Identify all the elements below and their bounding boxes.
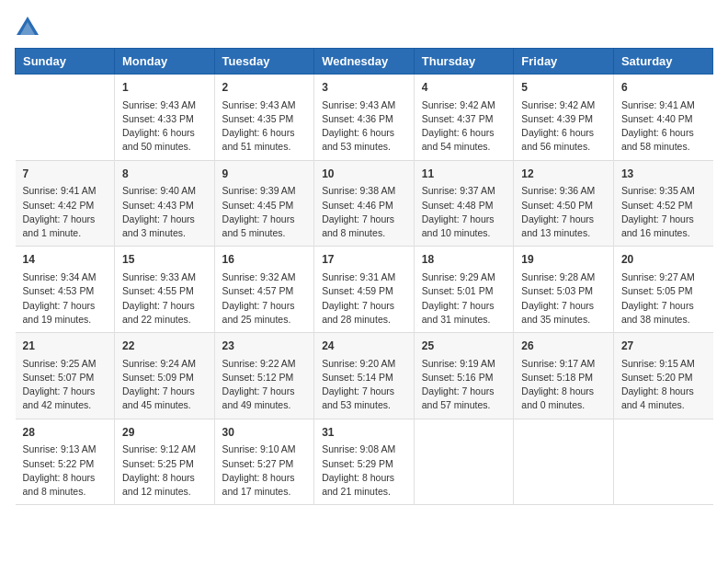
cell-info: Sunrise: 9:17 AMSunset: 5:18 PMDaylight:…	[521, 357, 606, 413]
cell-info: Sunrise: 9:40 AMSunset: 4:43 PMDaylight:…	[122, 184, 207, 240]
cell-info: Sunrise: 9:43 AMSunset: 4:35 PMDaylight:…	[222, 98, 307, 155]
day-number: 15	[122, 252, 207, 268]
day-number: 4	[422, 80, 506, 96]
day-number: 12	[521, 167, 606, 182]
logo	[15, 15, 44, 40]
cell-info: Sunrise: 9:43 AMSunset: 4:36 PMDaylight:…	[322, 98, 406, 155]
day-number: 6	[621, 80, 706, 96]
day-number: 2	[222, 80, 307, 96]
calendar-cell: 19Sunrise: 9:28 AMSunset: 5:03 PMDayligh…	[514, 247, 614, 333]
cell-info: Sunrise: 9:31 AMSunset: 4:59 PMDaylight:…	[322, 270, 406, 327]
col-header-friday: Friday	[514, 49, 614, 75]
cell-info: Sunrise: 9:35 AMSunset: 4:52 PMDaylight:…	[621, 184, 706, 240]
day-number: 29	[122, 425, 207, 441]
day-number: 27	[621, 339, 706, 354]
calendar-cell: 18Sunrise: 9:29 AMSunset: 5:01 PMDayligh…	[414, 247, 514, 333]
day-number: 16	[222, 252, 307, 268]
week-row-1: 1Sunrise: 9:43 AMSunset: 4:33 PMDaylight…	[16, 75, 713, 161]
day-number: 3	[322, 80, 406, 96]
day-number: 30	[222, 425, 307, 441]
day-number: 19	[521, 252, 606, 268]
day-number: 21	[23, 339, 108, 354]
calendar-cell	[613, 419, 712, 505]
day-number: 8	[122, 167, 207, 182]
calendar-cell: 20Sunrise: 9:27 AMSunset: 5:05 PMDayligh…	[613, 247, 712, 333]
day-number: 25	[422, 339, 506, 354]
day-number: 9	[222, 167, 307, 182]
calendar-cell	[414, 419, 514, 505]
cell-info: Sunrise: 9:13 AMSunset: 5:22 PMDaylight:…	[23, 442, 108, 499]
cell-info: Sunrise: 9:29 AMSunset: 5:01 PMDaylight:…	[422, 270, 506, 327]
week-row-4: 21Sunrise: 9:25 AMSunset: 5:07 PMDayligh…	[16, 333, 713, 419]
calendar-cell: 8Sunrise: 9:40 AMSunset: 4:43 PMDaylight…	[115, 160, 215, 247]
day-number: 24	[322, 339, 406, 354]
calendar-cell: 17Sunrise: 9:31 AMSunset: 4:59 PMDayligh…	[314, 247, 415, 333]
calendar-cell: 13Sunrise: 9:35 AMSunset: 4:52 PMDayligh…	[613, 160, 712, 247]
day-number: 18	[422, 252, 506, 268]
week-row-3: 14Sunrise: 9:34 AMSunset: 4:53 PMDayligh…	[16, 247, 713, 333]
calendar-cell	[16, 75, 115, 161]
day-number: 13	[621, 167, 706, 182]
day-number: 23	[222, 339, 307, 354]
cell-info: Sunrise: 9:32 AMSunset: 4:57 PMDaylight:…	[222, 270, 307, 327]
cell-info: Sunrise: 9:27 AMSunset: 5:05 PMDaylight:…	[621, 270, 706, 327]
col-header-sunday: Sunday	[16, 49, 115, 75]
cell-info: Sunrise: 9:41 AMSunset: 4:40 PMDaylight:…	[621, 98, 706, 155]
day-number: 31	[322, 425, 406, 441]
day-number: 1	[122, 80, 207, 96]
calendar-cell: 15Sunrise: 9:33 AMSunset: 4:55 PMDayligh…	[115, 247, 215, 333]
cell-info: Sunrise: 9:38 AMSunset: 4:46 PMDaylight:…	[322, 184, 406, 240]
calendar-cell: 31Sunrise: 9:08 AMSunset: 5:29 PMDayligh…	[314, 419, 415, 505]
week-row-2: 7Sunrise: 9:41 AMSunset: 4:42 PMDaylight…	[16, 160, 713, 247]
calendar-cell: 28Sunrise: 9:13 AMSunset: 5:22 PMDayligh…	[16, 419, 115, 505]
cell-info: Sunrise: 9:37 AMSunset: 4:48 PMDaylight:…	[422, 184, 506, 240]
day-number: 5	[521, 80, 606, 96]
day-number: 10	[322, 167, 406, 182]
day-number: 14	[23, 252, 108, 268]
logo-icon	[15, 15, 40, 40]
day-number: 11	[422, 167, 506, 182]
page-header	[15, 15, 713, 40]
col-header-saturday: Saturday	[613, 49, 712, 75]
cell-info: Sunrise: 9:33 AMSunset: 4:55 PMDaylight:…	[122, 270, 207, 327]
cell-info: Sunrise: 9:25 AMSunset: 5:07 PMDaylight:…	[23, 357, 108, 413]
cell-info: Sunrise: 9:20 AMSunset: 5:14 PMDaylight:…	[322, 357, 406, 413]
cell-info: Sunrise: 9:43 AMSunset: 4:33 PMDaylight:…	[122, 98, 207, 155]
calendar-cell: 26Sunrise: 9:17 AMSunset: 5:18 PMDayligh…	[514, 333, 614, 419]
calendar-cell	[514, 419, 614, 505]
cell-info: Sunrise: 9:42 AMSunset: 4:39 PMDaylight:…	[521, 98, 606, 155]
calendar-cell: 4Sunrise: 9:42 AMSunset: 4:37 PMDaylight…	[414, 75, 514, 161]
week-row-5: 28Sunrise: 9:13 AMSunset: 5:22 PMDayligh…	[16, 419, 713, 505]
calendar-cell: 7Sunrise: 9:41 AMSunset: 4:42 PMDaylight…	[16, 160, 115, 247]
col-header-tuesday: Tuesday	[214, 49, 314, 75]
calendar-cell: 22Sunrise: 9:24 AMSunset: 5:09 PMDayligh…	[115, 333, 215, 419]
day-number: 22	[122, 339, 207, 354]
calendar-cell: 9Sunrise: 9:39 AMSunset: 4:45 PMDaylight…	[214, 160, 314, 247]
calendar-cell: 24Sunrise: 9:20 AMSunset: 5:14 PMDayligh…	[314, 333, 415, 419]
calendar-cell: 11Sunrise: 9:37 AMSunset: 4:48 PMDayligh…	[414, 160, 514, 247]
header-row: SundayMondayTuesdayWednesdayThursdayFrid…	[16, 49, 713, 75]
cell-info: Sunrise: 9:41 AMSunset: 4:42 PMDaylight:…	[23, 184, 108, 240]
calendar-table: SundayMondayTuesdayWednesdayThursdayFrid…	[15, 48, 713, 505]
cell-info: Sunrise: 9:34 AMSunset: 4:53 PMDaylight:…	[23, 270, 108, 327]
calendar-cell: 2Sunrise: 9:43 AMSunset: 4:35 PMDaylight…	[214, 75, 314, 161]
calendar-cell: 25Sunrise: 9:19 AMSunset: 5:16 PMDayligh…	[414, 333, 514, 419]
cell-info: Sunrise: 9:42 AMSunset: 4:37 PMDaylight:…	[422, 98, 506, 155]
day-number: 17	[322, 252, 406, 268]
calendar-cell: 14Sunrise: 9:34 AMSunset: 4:53 PMDayligh…	[16, 247, 115, 333]
calendar-cell: 10Sunrise: 9:38 AMSunset: 4:46 PMDayligh…	[314, 160, 415, 247]
calendar-cell: 30Sunrise: 9:10 AMSunset: 5:27 PMDayligh…	[214, 419, 314, 505]
calendar-cell: 3Sunrise: 9:43 AMSunset: 4:36 PMDaylight…	[314, 75, 415, 161]
col-header-monday: Monday	[115, 49, 215, 75]
cell-info: Sunrise: 9:24 AMSunset: 5:09 PMDaylight:…	[122, 357, 207, 413]
calendar-cell: 1Sunrise: 9:43 AMSunset: 4:33 PMDaylight…	[115, 75, 215, 161]
calendar-cell: 27Sunrise: 9:15 AMSunset: 5:20 PMDayligh…	[613, 333, 712, 419]
cell-info: Sunrise: 9:10 AMSunset: 5:27 PMDaylight:…	[222, 442, 307, 499]
cell-info: Sunrise: 9:08 AMSunset: 5:29 PMDaylight:…	[322, 442, 406, 499]
cell-info: Sunrise: 9:39 AMSunset: 4:45 PMDaylight:…	[222, 184, 307, 240]
calendar-cell: 12Sunrise: 9:36 AMSunset: 4:50 PMDayligh…	[514, 160, 614, 247]
col-header-wednesday: Wednesday	[314, 49, 415, 75]
calendar-cell: 29Sunrise: 9:12 AMSunset: 5:25 PMDayligh…	[115, 419, 215, 505]
calendar-cell: 23Sunrise: 9:22 AMSunset: 5:12 PMDayligh…	[214, 333, 314, 419]
calendar-cell: 21Sunrise: 9:25 AMSunset: 5:07 PMDayligh…	[16, 333, 115, 419]
